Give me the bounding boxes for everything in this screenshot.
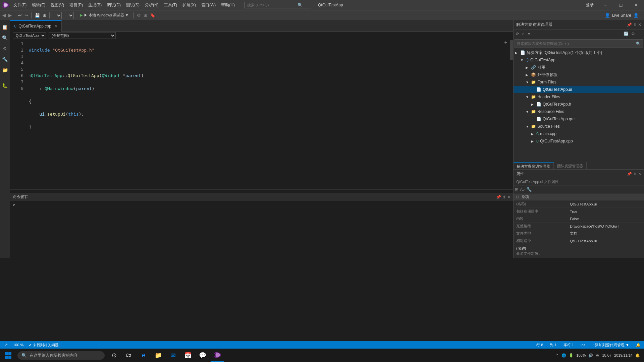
menu-window[interactable]: 窗口(W) [199, 1, 218, 9]
se-search-input[interactable] [517, 42, 636, 46]
menu-test[interactable]: 测试(S) [123, 1, 142, 9]
tree-item-appui[interactable]: 📄 QtGuiTestApp.ui [514, 86, 644, 93]
scope-member-select[interactable]: (全局范围) [49, 32, 116, 39]
title-search-input[interactable] [247, 3, 298, 7]
se-home-button[interactable]: ⌂ [521, 31, 525, 37]
tab-cpp[interactable]: C QtGuiTestApp.cpp ✕ [10, 20, 62, 32]
se-search-box[interactable]: 🔍 [515, 39, 643, 48]
sidebar-icon-5[interactable]: 📁 [1, 66, 9, 74]
battery-icon[interactable]: 🔋 [569, 353, 574, 358]
redo-button[interactable]: ↪ [23, 12, 29, 18]
liveshare-label[interactable]: Live Share [612, 13, 631, 18]
tree-item-main[interactable]: ▶ C main.cpp [514, 130, 644, 137]
code-content[interactable]: #include "QtGuiTestApp.h" ⊟QtGuiTestApp:… [28, 39, 513, 189]
taskbar-app-files[interactable]: 🗂 [122, 349, 136, 362]
se-refresh-button[interactable]: 🔄 [623, 31, 630, 37]
status-zoom[interactable]: 100 % [11, 343, 25, 347]
taskbar-app-wechat[interactable]: 💬 [196, 349, 209, 362]
toolbar-btn3[interactable]: 🔖 [149, 12, 156, 18]
sidebar-icon-3[interactable]: ⚙ [1, 44, 9, 53]
se-more-button[interactable]: — [637, 31, 643, 37]
systray-network[interactable]: 🌐 [561, 353, 566, 358]
menu-project[interactable]: 项目(P) [67, 1, 86, 9]
se-pin-icon[interactable]: 📌 [627, 22, 632, 27]
toolbar-btn2[interactable]: ⊞ [143, 12, 148, 18]
maximize-button[interactable]: □ [613, 0, 629, 10]
status-notification[interactable]: 🔔 [634, 343, 643, 347]
terminal-close-icon[interactable]: ✕ [507, 195, 511, 199]
notifications-icon[interactable]: 🔔 [635, 353, 640, 358]
minimize-button[interactable]: ─ [598, 0, 613, 10]
se-settings-button[interactable]: ⚙ [630, 31, 636, 37]
systray-icons[interactable]: ⌃ [556, 353, 559, 358]
prop-wrench-button[interactable]: 🔧 [526, 187, 532, 192]
taskbar-app-folder[interactable]: 📁 [152, 349, 165, 362]
terminal-arrow-icon[interactable]: ⬆ [502, 195, 506, 199]
sidebar-icon-6[interactable]: 🐛 [1, 81, 9, 90]
menu-help[interactable]: 帮助(H) [218, 1, 237, 9]
login-button[interactable]: 登录 [582, 2, 598, 8]
scope-class-select[interactable]: QtGuiTestApp [13, 32, 46, 39]
sidebar-icon-1[interactable]: 📋 [1, 23, 9, 32]
nav-back-button[interactable]: ◀ [1, 12, 7, 18]
tree-item-refs[interactable]: ▶ 🔗 引用 [514, 64, 644, 71]
tab-close-icon[interactable]: ✕ [55, 24, 57, 28]
add-editor-button[interactable]: + [502, 39, 509, 46]
toolbar-btn1[interactable]: ⚙ [136, 12, 142, 18]
status-col[interactable]: 列 1 [548, 343, 558, 348]
nav-forward-button[interactable]: ▶ [7, 12, 13, 18]
se-arrow-icon[interactable]: ⬆ [633, 22, 637, 27]
terminal-pin-icon[interactable]: 📌 [496, 195, 501, 199]
menu-extensions[interactable]: 扩展(X) [180, 1, 199, 9]
tree-item-extdeps[interactable]: ▶ 📦 外部依赖项 [514, 71, 644, 78]
menu-file[interactable]: 文件(F) [11, 1, 29, 9]
menu-view[interactable]: 视图(V) [48, 1, 67, 9]
taskbar-app-vs[interactable] [211, 349, 224, 362]
taskbar-app-ie[interactable]: e [137, 349, 150, 362]
prop-pin-icon[interactable]: 📌 [627, 172, 632, 176]
lang-label[interactable]: 英 [596, 353, 599, 358]
tree-item-solution[interactable]: ▶ 📄 解决方案 'QtGuiTestApp'(1 个项目/共 1 个) [514, 49, 644, 56]
menu-analyze[interactable]: 分析(N) [142, 1, 161, 9]
tree-item-sourcefiles[interactable]: ▼ 📁 Source Files [514, 123, 644, 130]
tree-item-qrc[interactable]: 📄 QtGuiTestApp.qrc [514, 115, 644, 123]
status-ins[interactable]: Ins [579, 343, 588, 347]
menu-edit[interactable]: 编辑(E) [29, 1, 48, 9]
status-char[interactable]: 字符 1 [561, 343, 576, 348]
tab-solution-explorer[interactable]: 解决方案资源管理器 [514, 162, 554, 169]
start-button[interactable] [0, 349, 16, 362]
prop-sort-button[interactable]: ⊞ [515, 187, 519, 192]
save-button[interactable]: 💾 [34, 12, 41, 18]
tab-team-explorer[interactable]: 团队资源管理器 [554, 162, 587, 169]
speaker-icon[interactable]: 🔊 [588, 353, 593, 358]
prop-close-icon[interactable]: ✕ [638, 172, 641, 176]
title-search[interactable]: 🔍 [244, 2, 311, 8]
tree-item-headerfiles[interactable]: ▼ 📁 Header Files [514, 93, 644, 101]
status-issues[interactable]: ✔ 未找到相关问题 [27, 343, 61, 348]
status-row[interactable]: 行 8 [534, 343, 545, 348]
menu-tools[interactable]: 工具(T) [161, 1, 180, 9]
prop-arrow-icon[interactable]: ⬆ [633, 172, 637, 176]
sidebar-icon-4[interactable]: 🔧 [1, 55, 9, 64]
tree-item-appcpp[interactable]: ▶ C QtGuiTestApp.cpp [514, 137, 644, 145]
debug-mode-select[interactable]: Debug [52, 12, 62, 19]
sidebar-icon-2[interactable]: 🔍 [1, 34, 9, 42]
prop-alpha-button[interactable]: Az [520, 187, 525, 192]
se-filter-button[interactable]: ▼ [526, 31, 532, 37]
vertical-scrollbar[interactable] [510, 39, 513, 189]
tree-item-project[interactable]: ▼ ⬡ QtGuiTestApp [514, 56, 644, 64]
menu-build[interactable]: 生成(B) [86, 1, 104, 9]
tree-item-resourcefiles[interactable]: ▼ 📁 Resource Files [514, 108, 644, 115]
taskbar-app-mail[interactable]: ✉ [166, 349, 180, 362]
taskbar-app-search[interactable]: ⊙ [107, 349, 121, 362]
tree-item-formfiles[interactable]: ▼ 📁 Form Files [514, 78, 644, 86]
status-git-icon[interactable]: ⎇ [1, 343, 10, 347]
tree-item-apph[interactable]: ▶ 📄 QtGuiTestApp.h [514, 101, 644, 108]
run-button[interactable]: ▶ ▶ 本地 Windows 调试器 ▼ [77, 12, 131, 18]
save-all-button[interactable]: ⊞ [42, 12, 47, 18]
terminal-content[interactable]: > [10, 201, 513, 258]
se-sync-button[interactable]: ⟳ [515, 31, 520, 37]
menu-debug[interactable]: 调试(D) [104, 1, 123, 9]
arch-select[interactable]: x64 [64, 12, 74, 19]
close-button[interactable]: ✕ [629, 0, 644, 10]
